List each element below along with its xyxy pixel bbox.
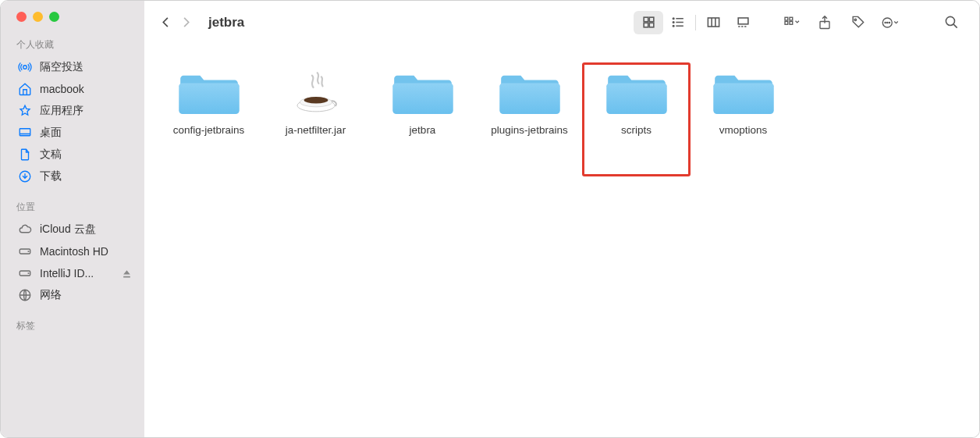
window-controls	[1, 9, 144, 36]
sidebar-item-intellij[interactable]: IntelliJ ID...	[1, 262, 144, 284]
svg-point-4	[28, 251, 29, 252]
file-grid[interactable]: config-jetbrainsja-netfilter.jarjetbrapl…	[144, 45, 979, 437]
sidebar-item-label: 下载	[40, 169, 62, 183]
svg-point-25	[887, 22, 888, 23]
sidebar-section-favorites: 个人收藏	[1, 36, 144, 56]
disk-icon	[18, 266, 32, 280]
action-menu-button[interactable]	[878, 11, 903, 34]
svg-rect-15	[708, 18, 719, 27]
file-label: plugins-jetbrains	[491, 124, 567, 137]
disk-icon	[18, 244, 32, 258]
sidebar-section-tags: 标签	[1, 317, 144, 337]
svg-point-26	[889, 22, 889, 23]
svg-point-24	[885, 22, 886, 23]
network-icon	[18, 288, 32, 302]
svg-rect-1	[20, 129, 30, 136]
document-icon	[18, 148, 32, 162]
sidebar-item-network[interactable]: 网络	[1, 284, 144, 306]
svg-rect-18	[785, 21, 788, 24]
svg-rect-11	[649, 23, 654, 27]
sidebar-item-macintosh-hd[interactable]: Macintosh HD	[1, 240, 144, 262]
maximize-window-button[interactable]	[49, 12, 59, 22]
sidebar-item-icloud[interactable]: iCloud 云盘	[1, 219, 144, 240]
sidebar-item-label: 隔空投送	[40, 60, 83, 74]
file-item-plugins-jetbrains[interactable]: plugins-jetbrains	[476, 63, 583, 176]
file-label: ja-netfilter.jar	[286, 124, 346, 137]
svg-point-12	[673, 18, 674, 20]
sidebar-item-label: IntelliJ ID...	[40, 267, 94, 280]
tags-button[interactable]	[845, 11, 870, 34]
group-by-button[interactable]	[779, 11, 804, 34]
appstore-icon	[18, 104, 32, 118]
sidebar-item-label: macbook	[40, 83, 84, 95]
svg-point-14	[673, 25, 674, 27]
airdrop-icon	[18, 60, 32, 74]
house-icon	[18, 82, 32, 96]
cloud-icon	[18, 223, 32, 237]
column-view-button[interactable]	[698, 11, 728, 34]
svg-rect-20	[790, 21, 793, 24]
svg-rect-10	[644, 23, 648, 27]
close-window-button[interactable]	[16, 12, 27, 22]
icon-view-button[interactable]	[634, 11, 663, 34]
gallery-view-button[interactable]	[728, 11, 758, 34]
svg-point-22	[854, 19, 856, 20]
file-item-config-jetbrains[interactable]: config-jetbrains	[155, 63, 262, 176]
eject-icon[interactable]	[122, 269, 132, 279]
back-button[interactable]	[155, 12, 176, 33]
window-title: jetbra	[208, 15, 244, 30]
svg-point-13	[673, 22, 674, 23]
sidebar-item-applications[interactable]: 应用程序	[1, 100, 144, 122]
file-item-ja-netfilter-jar[interactable]: ja-netfilter.jar	[262, 63, 369, 176]
sidebar-item-documents[interactable]: 文稿	[1, 144, 144, 166]
share-button[interactable]	[812, 11, 837, 34]
file-item-scripts[interactable]: scripts	[583, 63, 690, 176]
sidebar: 个人收藏 隔空投送 macbook 应用程序 桌面 文稿 下载 位置 iClou…	[1, 1, 144, 437]
file-label: scripts	[621, 124, 652, 137]
sidebar-item-label: 文稿	[40, 148, 62, 162]
sidebar-item-label: 应用程序	[40, 104, 83, 118]
sidebar-item-airdrop[interactable]: 隔空投送	[1, 56, 144, 78]
file-label: vmoptions	[719, 124, 768, 137]
search-button[interactable]	[939, 11, 964, 34]
sidebar-item-label: Macintosh HD	[40, 245, 108, 258]
sidebar-item-desktop[interactable]: 桌面	[1, 122, 144, 144]
svg-point-6	[28, 273, 29, 274]
sidebar-item-label: 桌面	[40, 126, 62, 140]
sidebar-item-label: 网络	[40, 288, 62, 302]
svg-point-30	[304, 97, 328, 104]
svg-rect-9	[649, 17, 654, 22]
toolbar-divider	[695, 15, 696, 30]
file-label: config-jetbrains	[173, 124, 245, 137]
file-item-vmoptions[interactable]: vmoptions	[690, 63, 797, 176]
svg-rect-19	[790, 17, 793, 20]
sidebar-section-locations: 位置	[1, 198, 144, 219]
minimize-window-button[interactable]	[33, 12, 43, 22]
file-label: jetbra	[410, 124, 436, 137]
file-item-jetbra[interactable]: jetbra	[369, 63, 476, 176]
toolbar: jetbra	[144, 1, 979, 45]
forward-button[interactable]	[176, 12, 196, 33]
sidebar-item-downloads[interactable]: 下载	[1, 166, 144, 187]
sidebar-item-label: iCloud 云盘	[40, 223, 96, 237]
svg-rect-17	[785, 17, 788, 20]
svg-point-27	[946, 16, 954, 25]
sidebar-item-home[interactable]: macbook	[1, 78, 144, 100]
svg-rect-8	[644, 17, 648, 22]
download-icon	[18, 169, 32, 183]
desktop-icon	[18, 126, 32, 140]
view-switcher	[634, 11, 758, 34]
list-view-button[interactable]	[663, 11, 693, 34]
svg-point-0	[23, 66, 27, 69]
svg-rect-16	[738, 18, 748, 24]
content-area: jetbra config-jetbrainsja-netfilter.jarj…	[144, 1, 979, 437]
